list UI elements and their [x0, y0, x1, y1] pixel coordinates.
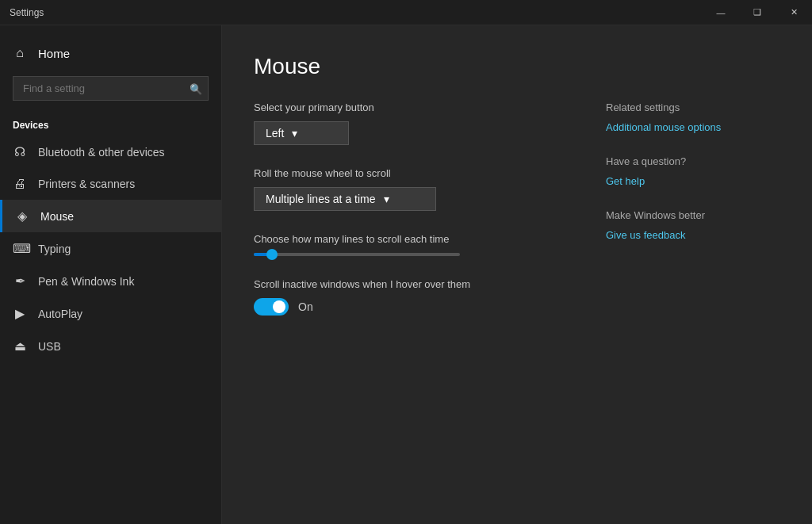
sidebar-item-pen-label: Pen & Windows Ink — [38, 275, 134, 288]
scroll-lines-slider[interactable] — [254, 253, 558, 256]
slider-track — [254, 253, 460, 256]
related-settings-title: Related settings — [606, 101, 780, 113]
question-section: Have a question? Get help — [606, 155, 780, 187]
related-settings-section: Related settings Additional mouse option… — [606, 101, 780, 133]
search-icon: 🔍 — [190, 82, 202, 94]
scroll-wheel-dropdown[interactable]: Multiple lines at a time ▾ — [254, 187, 436, 211]
home-label: Home — [38, 47, 70, 60]
make-better-title: Make Windows better — [606, 209, 780, 221]
scroll-lines-label: Choose how many lines to scroll each tim… — [254, 233, 558, 245]
app-container: ⌂ Home 🔍 Devices ☊ Bluetooth & other dev… — [0, 25, 812, 524]
dropdown-chevron-icon: ▾ — [292, 127, 297, 140]
home-icon: ⌂ — [13, 46, 27, 60]
slider-thumb[interactable] — [266, 249, 278, 260]
scroll-wheel-label: Roll the mouse wheel to scroll — [254, 167, 558, 179]
scroll-inactive-group: Scroll inactive windows when I hover ove… — [254, 278, 558, 316]
primary-button-label: Select your primary button — [254, 101, 558, 113]
sidebar-item-autoplay[interactable]: ▶ AutoPlay — [0, 297, 221, 330]
question-title: Have a question? — [606, 155, 780, 167]
page-title: Mouse — [254, 54, 780, 79]
printers-icon: 🖨 — [13, 177, 27, 191]
sidebar-item-typing-label: Typing — [38, 243, 71, 255]
sidebar: ⌂ Home 🔍 Devices ☊ Bluetooth & other dev… — [0, 25, 222, 524]
content-area: Mouse Select your primary button Left ▾ … — [222, 25, 812, 524]
sidebar-item-usb[interactable]: ⏏ USB — [0, 330, 221, 362]
bluetooth-icon: ☊ — [13, 144, 27, 159]
autoplay-icon: ▶ — [13, 306, 27, 321]
sidebar-item-printers-label: Printers & scanners — [38, 178, 135, 190]
scroll-wheel-value: Multiple lines at a time — [266, 193, 376, 205]
give-feedback-link[interactable]: Give us feedback — [606, 229, 780, 241]
sidebar-item-usb-label: USB — [38, 340, 61, 353]
mouse-icon: ◈ — [15, 208, 29, 224]
settings-left: Select your primary button Left ▾ Roll t… — [254, 101, 558, 338]
home-nav-item[interactable]: ⌂ Home — [0, 38, 221, 68]
search-input[interactable] — [13, 76, 209, 101]
scroll-dropdown-chevron-icon: ▾ — [384, 193, 389, 205]
titlebar: Settings — ❑ ✕ — [0, 0, 812, 25]
maximize-button[interactable]: ❑ — [739, 0, 776, 25]
scroll-wheel-group: Roll the mouse wheel to scroll Multiple … — [254, 167, 558, 211]
make-better-section: Make Windows better Give us feedback — [606, 209, 780, 241]
primary-button-dropdown[interactable]: Left ▾ — [254, 121, 349, 145]
primary-button-group: Select your primary button Left ▾ — [254, 101, 558, 145]
sidebar-item-pen[interactable]: ✒ Pen & Windows Ink — [0, 265, 221, 297]
toggle-thumb — [273, 300, 285, 313]
sidebar-item-mouse[interactable]: ◈ Mouse — [0, 200, 221, 232]
sidebar-item-autoplay-label: AutoPlay — [38, 308, 82, 320]
additional-mouse-options-link[interactable]: Additional mouse options — [606, 121, 780, 133]
pen-icon: ✒ — [13, 273, 27, 289]
close-button[interactable]: ✕ — [776, 0, 812, 25]
sidebar-item-bluetooth-label: Bluetooth & other devices — [38, 146, 165, 159]
scroll-inactive-toggle[interactable] — [254, 298, 289, 316]
devices-section-label: Devices — [0, 109, 221, 136]
sidebar-item-printers[interactable]: 🖨 Printers & scanners — [0, 168, 221, 200]
sidebar-item-mouse-label: Mouse — [40, 210, 74, 223]
toggle-state-label: On — [298, 300, 313, 313]
scroll-inactive-toggle-row: On — [254, 298, 558, 316]
sidebar-item-bluetooth[interactable]: ☊ Bluetooth & other devices — [0, 136, 221, 168]
app-title: Settings — [10, 7, 44, 18]
minimize-button[interactable]: — — [703, 0, 739, 25]
settings-main: Select your primary button Left ▾ Roll t… — [254, 101, 780, 338]
scroll-lines-group: Choose how many lines to scroll each tim… — [254, 233, 558, 256]
search-box: 🔍 — [13, 76, 209, 101]
primary-button-value: Left — [266, 127, 284, 140]
usb-icon: ⏏ — [13, 338, 27, 354]
typing-icon: ⌨ — [13, 241, 27, 256]
get-help-link[interactable]: Get help — [606, 175, 780, 187]
window-controls: — ❑ ✕ — [703, 0, 812, 25]
settings-right: Related settings Additional mouse option… — [606, 101, 780, 338]
scroll-inactive-label: Scroll inactive windows when I hover ove… — [254, 278, 558, 290]
sidebar-item-typing[interactable]: ⌨ Typing — [0, 232, 221, 265]
